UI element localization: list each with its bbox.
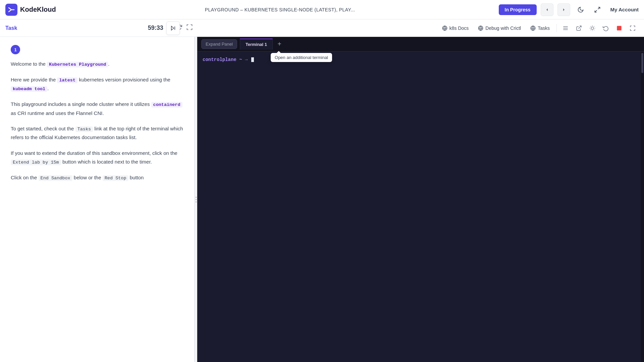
external-link-icon bbox=[576, 25, 582, 31]
expand-panel-button[interactable]: Expand Panel bbox=[201, 39, 237, 49]
end-sandbox-code: End Sandbox bbox=[39, 175, 72, 181]
tasks-paragraph: To get started, check out the Tasks link… bbox=[11, 124, 183, 142]
plus-icon: + bbox=[277, 40, 281, 48]
tasks-globe-icon bbox=[530, 25, 536, 31]
latest-paragraph: Here we provide the latest kubernetes ve… bbox=[11, 75, 183, 93]
external-link-button[interactable] bbox=[573, 22, 585, 34]
tasks-label: Tasks bbox=[538, 25, 550, 31]
add-terminal-button[interactable]: + Open an additional terminal bbox=[274, 39, 285, 50]
svg-line-1 bbox=[598, 7, 600, 9]
panel-divider[interactable] bbox=[195, 37, 197, 362]
menu-button[interactable] bbox=[559, 22, 572, 34]
svg-line-22 bbox=[594, 26, 594, 26]
nav-button-1[interactable] bbox=[541, 3, 553, 16]
chevron-left-icon bbox=[544, 7, 550, 12]
toolbar-right: k8s Docs Debug with Crictl Tasks bbox=[438, 22, 639, 34]
k8s-docs-label: k8s Docs bbox=[449, 25, 469, 31]
kubeadm-code: kubeadm tool bbox=[11, 86, 47, 92]
menu-icon bbox=[562, 25, 569, 31]
logo-area: KodeKloud bbox=[5, 4, 56, 16]
terminal-panel: Expand Panel Terminal 1 + Open an additi… bbox=[197, 37, 644, 362]
toolbar-separator bbox=[556, 24, 557, 32]
task-label: Task bbox=[5, 25, 17, 31]
terminal-prompt: controlplane ~ → bbox=[203, 57, 248, 62]
terminal-cursor bbox=[251, 57, 254, 62]
intro-paragraph: Welcome to the Kubernetes Playground. bbox=[11, 60, 183, 69]
latest-code: latest bbox=[57, 77, 77, 83]
top-nav: KodeKloud PLAYGROUND – KUBERNETES SINGLE… bbox=[0, 0, 644, 19]
k8s-docs-link[interactable]: k8s Docs bbox=[438, 23, 473, 33]
intro-text-before: Welcome to the bbox=[11, 61, 47, 67]
end-text-before: Click on the bbox=[11, 175, 39, 180]
second-toolbar: Task 59:33 bbox=[0, 19, 644, 37]
intro-text-after: . bbox=[108, 61, 109, 67]
add-terminal-tooltip: Open an additional terminal bbox=[271, 53, 332, 62]
globe-icon bbox=[442, 25, 447, 31]
tasks-link[interactable]: Tasks bbox=[526, 23, 554, 33]
debug-link[interactable]: Debug with Crictl bbox=[474, 23, 525, 33]
history-icon bbox=[603, 25, 609, 31]
svg-marker-24 bbox=[171, 26, 174, 30]
fullscreen-button[interactable] bbox=[627, 22, 639, 34]
svg-line-21 bbox=[590, 29, 591, 30]
play-btn-area bbox=[164, 19, 182, 37]
terminal-content[interactable]: controlplane ~ → bbox=[197, 52, 644, 362]
moon-icon bbox=[577, 6, 584, 13]
svg-rect-23 bbox=[617, 26, 622, 31]
step-badge: 1 bbox=[11, 45, 20, 54]
terminal-scrollbar-thumb bbox=[641, 53, 643, 73]
svg-line-2 bbox=[595, 10, 597, 12]
stop-button[interactable] bbox=[613, 22, 625, 34]
red-stop-code: Red Stop bbox=[103, 175, 128, 181]
svg-line-13 bbox=[578, 26, 581, 28]
latest-text-before: Here we provide the bbox=[11, 77, 57, 82]
tasks-inline-code: Tasks bbox=[75, 126, 93, 132]
my-account-link[interactable]: My Account bbox=[610, 7, 639, 12]
svg-line-18 bbox=[594, 29, 594, 30]
play-next-button[interactable] bbox=[166, 21, 180, 35]
single-node-after: as CRI runtime and uses the Flannel CNI. bbox=[11, 110, 104, 116]
extend-lab-code: Extend lab by 15m bbox=[11, 160, 61, 165]
history-button[interactable] bbox=[600, 22, 612, 34]
expand-icon bbox=[594, 6, 601, 13]
dark-mode-toggle[interactable] bbox=[574, 3, 587, 16]
nav-button-2[interactable] bbox=[557, 3, 570, 16]
extend-text-after: button which is located next to the time… bbox=[61, 159, 152, 165]
end-text-after: button bbox=[128, 175, 144, 180]
fullscreen-icon[interactable] bbox=[186, 24, 193, 32]
brightness-button[interactable] bbox=[586, 22, 598, 34]
terminal-tab-1-label: Terminal 1 bbox=[246, 42, 267, 47]
containerd-code: containerd bbox=[151, 102, 182, 108]
expand-view-button[interactable] bbox=[591, 3, 604, 16]
debug-globe-icon bbox=[478, 25, 483, 31]
latest-text-after: . bbox=[47, 85, 49, 91]
kodekloud-logo-icon bbox=[5, 4, 17, 16]
terminal-scrollbar[interactable] bbox=[641, 52, 644, 362]
chevron-right-icon bbox=[561, 7, 567, 12]
skip-forward-icon bbox=[170, 25, 176, 31]
kubernetes-playground-code: Kubernetes Playground bbox=[47, 62, 108, 67]
svg-point-14 bbox=[591, 27, 594, 29]
fullscreen-expand-icon bbox=[630, 25, 636, 31]
task-panel: 1 Welcome to the Kubernetes Playground. … bbox=[0, 37, 195, 362]
extend-paragraph: If you want to extend the duration of th… bbox=[11, 149, 183, 167]
stop-icon bbox=[616, 25, 622, 31]
debug-label: Debug with Crictl bbox=[485, 25, 521, 31]
end-sandbox-paragraph: Click on the End Sandbox below or the Re… bbox=[11, 173, 183, 182]
latest-text-mid: kubernetes version provisioned using the bbox=[77, 77, 170, 82]
timer-display: 59:33 bbox=[148, 24, 163, 32]
terminal-tab-1[interactable]: Terminal 1 bbox=[240, 39, 273, 50]
single-node-text: This playground includes a single node c… bbox=[11, 101, 151, 107]
logo-text: KodeKloud bbox=[20, 6, 56, 13]
terminal-tabs-bar: Expand Panel Terminal 1 + Open an additi… bbox=[197, 37, 644, 52]
end-text-mid: below or the bbox=[72, 175, 103, 180]
single-node-paragraph: This playground includes a single node c… bbox=[11, 100, 183, 118]
svg-line-17 bbox=[590, 26, 591, 26]
playground-title: PLAYGROUND – KUBERNETES SINGLE-NODE (LAT… bbox=[65, 7, 495, 12]
tasks-text-before: To get started, check out the bbox=[11, 126, 75, 131]
brightness-icon bbox=[589, 25, 595, 31]
extend-text-before: If you want to extend the duration of th… bbox=[11, 150, 177, 156]
main-area: 1 Welcome to the Kubernetes Playground. … bbox=[0, 37, 644, 362]
in-progress-button[interactable]: In Progress bbox=[499, 4, 537, 15]
